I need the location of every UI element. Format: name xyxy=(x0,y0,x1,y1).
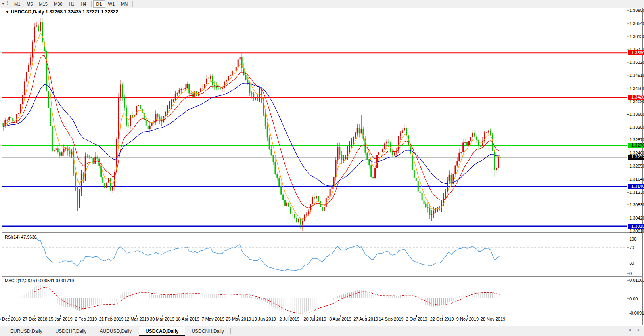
price-tick-label: 1.33280 xyxy=(629,125,644,130)
price-tick-label: 1.30010 xyxy=(629,229,644,233)
pane-divider-rsi[interactable] xyxy=(2,232,643,233)
timeframe-button-m1[interactable]: M1 xyxy=(11,0,23,8)
chart-title: ▼USDCAD,Daily 1.32268 1.32435 1.32221 1.… xyxy=(6,9,118,15)
level-price-badge: 1.30153 xyxy=(628,224,644,229)
toolbar-grip[interactable] xyxy=(7,1,9,6)
level-price-badge: 1.31405 xyxy=(628,184,644,189)
macd-label: MACD(12,26,9) 0.000541 0.001719 xyxy=(5,278,74,283)
symbol-tab-usdcad[interactable]: USDCAD,Daily xyxy=(139,327,185,336)
chart-title-text: USDCAD,Daily 1.32268 1.32435 1.32221 1.3… xyxy=(11,9,118,15)
macd-tick-label: 0.010615 xyxy=(629,278,644,283)
timeframe-toolbar: ▼ M1M5M15M30H1H4D1W1MN xyxy=(0,0,644,8)
price-tick-label: 1.36950 xyxy=(629,8,644,13)
pane-divider-macd[interactable] xyxy=(2,276,643,277)
timeframe-button-m30[interactable]: M30 xyxy=(51,0,65,8)
price-tick-label: 1.34500 xyxy=(629,86,644,91)
timeframe-button-m15[interactable]: M15 xyxy=(36,0,51,8)
timeframe-button-h4[interactable]: H4 xyxy=(77,0,89,8)
level-price-badge: 1.35606 xyxy=(628,50,644,55)
time-axis-separator xyxy=(2,315,643,315)
macd-tick-label: -0.009181 xyxy=(629,311,644,315)
price-tick-label: 1.31640 xyxy=(629,177,644,181)
date-tick-label: 28 Nov 2019 xyxy=(475,317,511,321)
price-tick-label: 1.34910 xyxy=(629,73,644,78)
toolbar-separator xyxy=(91,1,92,7)
tab-scroll-right-icon[interactable]: ► xyxy=(637,328,641,332)
rsi-tick-label: 70 xyxy=(629,245,634,250)
timeframe-button-mn[interactable]: MN xyxy=(118,0,131,8)
price-tick-label: 1.31230 xyxy=(629,190,644,195)
price-tick-label: 1.36540 xyxy=(629,21,644,26)
level-price-badge: 1.34206 xyxy=(628,95,644,100)
collapse-triangle-icon[interactable]: ▼ xyxy=(6,10,9,14)
symbol-tab-usdcnh[interactable]: USDCNH,Daily xyxy=(185,327,230,335)
macd-tick-label: 0.00 xyxy=(629,296,638,301)
symbol-tab-bar: EURUSD,DailyUSDCHF,DailyAUDUSD,DailyUSDC… xyxy=(0,326,644,336)
symbol-tab-audusd[interactable]: AUDUSD,Daily xyxy=(93,327,138,335)
price-tick-label: 1.32050 xyxy=(629,164,644,168)
tab-scroll-left-icon[interactable]: ◄ xyxy=(627,328,631,332)
timeframe-button-h1[interactable]: H1 xyxy=(65,0,77,8)
toolbar-separator xyxy=(132,1,133,7)
price-axis-separator xyxy=(627,8,627,315)
level-price-badge: 1.32700 xyxy=(628,143,644,148)
rsi-tick-label: 0 xyxy=(629,271,632,276)
price-tick-label: 1.30830 xyxy=(629,202,644,207)
chart-dropdown-icon[interactable]: ▼ xyxy=(0,0,6,7)
price-tick-label: 1.30420 xyxy=(629,216,644,220)
price-tick-label: 1.32870 xyxy=(629,137,644,142)
price-tick-label: 1.36130 xyxy=(629,34,644,39)
rsi-tick-label: 30 xyxy=(629,261,634,265)
symbol-tab-usdchf[interactable]: USDCHF,Daily xyxy=(49,327,93,335)
tab-separator xyxy=(230,328,231,334)
timeframe-button-m5[interactable]: M5 xyxy=(23,0,36,8)
timeframe-button-w1[interactable]: W1 xyxy=(105,0,118,8)
price-tick-label: 1.35320 xyxy=(629,60,644,65)
current-price-badge: 1.32322 xyxy=(628,155,644,160)
timeframe-button-d1[interactable]: D1 xyxy=(93,0,105,8)
rsi-label: RSI(14) 47.9636 xyxy=(5,235,37,239)
symbol-tab-eurusd[interactable]: EURUSD,Daily xyxy=(4,327,49,335)
price-tick-label: 1.33680 xyxy=(629,112,644,116)
price-chart-canvas[interactable] xyxy=(0,0,644,336)
rsi-tick-label: 100 xyxy=(629,237,636,241)
